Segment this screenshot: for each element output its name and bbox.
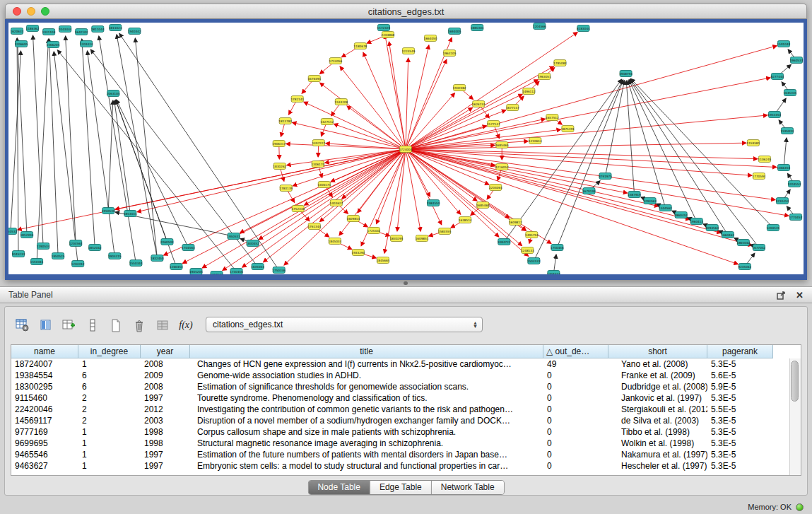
graph-edge[interactable] xyxy=(784,138,787,168)
column-header-title[interactable]: title xyxy=(190,345,543,358)
column-header-out_degree[interactable]: △ out_de… xyxy=(543,345,608,358)
cell-pagerank[interactable]: 5.3E-5 xyxy=(707,426,773,438)
column-header-in_degree[interactable]: in_degree xyxy=(78,345,141,358)
cell-name[interactable]: 18724007 xyxy=(11,358,78,370)
cell-pagerank[interactable]: 5.3E-5 xyxy=(707,438,773,449)
cell-short[interactable]: Jankovic et al. (1997) xyxy=(608,392,707,404)
graph-edge[interactable] xyxy=(389,42,406,149)
table-row[interactable]: 977716911998Corpus callosum shape and si… xyxy=(11,426,801,438)
graph-edge[interactable] xyxy=(319,149,406,222)
cell-pagerank[interactable]: 5.3E-5 xyxy=(707,392,773,404)
cell-year[interactable]: 1997 xyxy=(141,449,190,460)
window-titlebar[interactable]: citations_edges.txt xyxy=(5,4,807,19)
cell-name[interactable]: 9465546 xyxy=(11,449,78,460)
graph-edge[interactable] xyxy=(406,149,738,264)
graph-edge[interactable] xyxy=(119,33,279,270)
cell-year[interactable]: 1997 xyxy=(141,392,190,404)
close-panel-icon[interactable]: ✕ xyxy=(796,291,804,300)
graph-edge[interactable] xyxy=(406,107,473,149)
graph-edge[interactable] xyxy=(606,81,625,176)
graph-edge[interactable] xyxy=(406,149,721,233)
cell-year[interactable]: 2012 xyxy=(141,404,190,415)
cell-title[interactable]: Corpus callosum shape and size in male p… xyxy=(190,426,543,438)
cell-in_degree[interactable]: 2 xyxy=(78,415,141,426)
graph-edge[interactable] xyxy=(99,36,136,263)
graph-edge[interactable] xyxy=(406,115,767,149)
graph-edge[interactable] xyxy=(397,149,406,231)
graph-edge[interactable] xyxy=(504,79,621,242)
cell-short[interactable]: Franke et al. (2009) xyxy=(608,370,707,381)
function-builder-button[interactable]: f(x) xyxy=(175,316,196,334)
graph-edge[interactable] xyxy=(630,78,772,228)
graph-edge[interactable] xyxy=(57,50,236,271)
graph-edge[interactable] xyxy=(334,124,406,149)
tab-node-table[interactable]: Node Table xyxy=(308,481,370,494)
cell-year[interactable]: 2009 xyxy=(141,370,190,381)
cell-pagerank[interactable]: 5.3E-5 xyxy=(707,415,773,426)
graph-edge[interactable] xyxy=(33,35,44,246)
graph-edge[interactable] xyxy=(406,149,789,216)
cell-name[interactable]: 9777169 xyxy=(11,426,78,438)
cell-name[interactable]: 9115460 xyxy=(11,392,78,404)
table-row[interactable]: 1938455462009Genome-wide association stu… xyxy=(11,370,801,381)
cell-title[interactable]: Structural magnetic resonance image aver… xyxy=(190,438,543,449)
graph-edge[interactable] xyxy=(406,46,777,149)
cell-title[interactable]: Changes of HCN gene expression and I(f) … xyxy=(190,358,543,370)
cell-short[interactable]: Dudbridge et al. (2008) xyxy=(608,381,707,392)
cell-in_degree[interactable]: 1 xyxy=(78,449,141,460)
cell-in_degree[interactable]: 1 xyxy=(78,426,141,438)
cell-name[interactable]: 22420046 xyxy=(11,404,78,415)
tab-network-table[interactable]: Network Table xyxy=(432,481,504,494)
cell-year[interactable]: 2003 xyxy=(141,415,190,426)
graph-edge[interactable] xyxy=(406,149,659,206)
cell-in_degree[interactable]: 6 xyxy=(78,370,141,381)
cell-name[interactable]: 9463627 xyxy=(11,460,78,472)
table-scrollbar[interactable] xyxy=(789,358,801,475)
column-header-pagerank[interactable]: pagerank xyxy=(707,345,773,358)
graph-edge[interactable] xyxy=(117,35,157,258)
cell-title[interactable]: Investigating the contribution of common… xyxy=(190,404,543,415)
cell-pagerank[interactable]: 5.6E-5 xyxy=(707,370,773,381)
cell-out_degree[interactable]: 0 xyxy=(543,381,608,392)
graph-edge[interactable] xyxy=(18,38,28,235)
graph-edge[interactable] xyxy=(406,33,577,149)
cell-out_degree[interactable]: 0 xyxy=(543,426,608,438)
cell-out_degree[interactable]: 0 xyxy=(543,438,608,449)
cell-short[interactable]: Nakamura et al. (1997) xyxy=(608,449,707,460)
cell-year[interactable]: 2008 xyxy=(141,358,190,370)
network-canvas[interactable]: 1724004220486811806781734056167649117821… xyxy=(8,23,804,274)
tab-edge-table[interactable]: Edge Table xyxy=(370,481,432,494)
cell-out_degree[interactable]: 49 xyxy=(543,358,608,370)
cell-year[interactable]: 1997 xyxy=(141,460,190,472)
cell-name[interactable]: 14569117 xyxy=(11,415,78,426)
table-row[interactable]: 946362711997Embryonic stem cells: a mode… xyxy=(11,460,801,472)
cell-in_degree[interactable]: 1 xyxy=(78,460,141,472)
delete-button[interactable] xyxy=(129,316,150,334)
scrollbar-thumb[interactable] xyxy=(791,361,799,402)
graph-edge[interactable] xyxy=(534,80,623,261)
graph-edge[interactable] xyxy=(242,149,406,267)
cell-pagerank[interactable]: 5.3E-5 xyxy=(707,449,773,460)
cell-out_degree[interactable]: 0 xyxy=(543,404,608,415)
graph-edge[interactable] xyxy=(108,100,113,211)
graph-edge[interactable] xyxy=(340,66,406,149)
cell-title[interactable]: Embryonic stem cells: a model to study s… xyxy=(190,460,543,472)
import-table-button[interactable] xyxy=(152,316,173,334)
graph-edge[interactable] xyxy=(54,52,78,264)
column-header-name[interactable]: name xyxy=(11,345,78,358)
cell-title[interactable]: Disruption of a novel member of a sodium… xyxy=(190,415,543,426)
cell-out_degree[interactable]: 0 xyxy=(543,415,608,426)
cell-pagerank[interactable]: 5.3E-5 xyxy=(707,358,773,370)
graph-edge[interactable] xyxy=(135,38,157,258)
cell-title[interactable]: Genome-wide association studies in ADHD. xyxy=(190,370,543,381)
cell-in_degree[interactable]: 6 xyxy=(78,381,141,392)
graph-edge[interactable] xyxy=(406,45,429,149)
cell-in_degree[interactable]: 1 xyxy=(78,438,141,449)
cell-out_degree[interactable]: 0 xyxy=(543,392,608,404)
graph-edge[interactable] xyxy=(49,39,59,256)
new-file-button[interactable] xyxy=(105,316,126,334)
cell-year[interactable]: 2008 xyxy=(141,381,190,392)
graph-edge[interactable] xyxy=(406,66,554,149)
cell-name[interactable]: 18300295 xyxy=(11,381,78,392)
graph-edge[interactable] xyxy=(557,80,623,247)
